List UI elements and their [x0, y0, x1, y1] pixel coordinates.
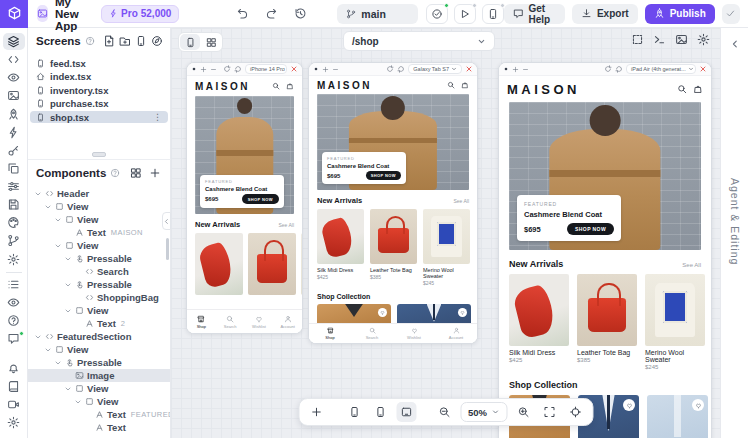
device-selector[interactable]: Galaxy Tab S7 — [408, 64, 462, 74]
zoom-in-icon[interactable] — [322, 66, 329, 73]
rotate-icon[interactable] — [223, 65, 231, 73]
tab-bar-item[interactable]: Wishlist — [393, 324, 435, 343]
search-icon[interactable] — [447, 81, 455, 89]
see-all-link[interactable]: See All — [453, 198, 469, 204]
component-gallery-button[interactable] — [128, 165, 143, 181]
tree-node[interactable]: Pressable — [28, 356, 170, 369]
panel-resize-handle[interactable] — [92, 152, 106, 157]
zoom-in-button[interactable] — [513, 402, 533, 422]
help-icon[interactable] — [110, 168, 120, 178]
rotate-icon[interactable] — [386, 65, 394, 73]
caret-icon[interactable] — [64, 281, 72, 289]
size-phone-small-button[interactable] — [344, 402, 364, 422]
new-folder-button[interactable] — [119, 33, 131, 49]
help-icon[interactable] — [85, 36, 95, 46]
fit-screen-button[interactable] — [539, 402, 559, 422]
rail-eye-icon[interactable] — [3, 294, 25, 311]
close-frame-icon[interactable] — [699, 65, 707, 73]
rail-checklist-icon[interactable] — [3, 275, 25, 292]
product-card[interactable]: Silk Midi Dress $425 — [195, 233, 243, 295]
tab-bar-item[interactable]: Wishlist — [245, 310, 274, 333]
tree-node[interactable]: Header — [28, 187, 170, 200]
rail-bell-icon[interactable] — [3, 359, 25, 376]
frame-menu-icon[interactable] — [191, 66, 197, 72]
rail-help-icon[interactable] — [3, 312, 25, 329]
rail-copy-icon[interactable] — [3, 160, 25, 177]
zoom-out-icon[interactable] — [522, 66, 529, 73]
assets-icon[interactable] — [675, 33, 688, 46]
tree-node[interactable]: Text MAISON — [28, 226, 170, 239]
tree-node[interactable]: Image — [28, 369, 170, 382]
wishlist-heart-button[interactable] — [623, 399, 635, 411]
product-card[interactable]: Leather Tote Bag $385 — [370, 209, 417, 286]
tree-node[interactable]: Search — [28, 265, 170, 278]
tree-scrollbar[interactable] — [166, 238, 169, 260]
caret-icon[interactable] — [34, 190, 42, 198]
tree-node[interactable]: View — [28, 382, 170, 395]
shopping-bag-icon[interactable] — [693, 84, 703, 94]
frame-menu-icon[interactable] — [503, 66, 509, 72]
zoom-in-icon[interactable] — [512, 66, 519, 73]
screen-file-item[interactable]: inventory.tsx ⋮ — [30, 84, 168, 96]
expand-panel-button[interactable] — [727, 36, 743, 52]
rail-book-icon[interactable] — [3, 377, 25, 394]
tree-node[interactable]: View — [28, 239, 170, 252]
zoom-out-icon[interactable] — [210, 66, 217, 73]
product-card[interactable]: Silk Midi Dress $425 — [509, 274, 569, 370]
route-selector[interactable]: /shop — [343, 31, 495, 51]
shopping-bag-icon[interactable] — [461, 81, 469, 89]
caret-icon[interactable] — [54, 359, 62, 367]
device-frame-tablet[interactable]: Galaxy Tab S7 MAISON FEATURED Cashmere B… — [308, 62, 478, 344]
zoom-in-icon[interactable] — [200, 66, 207, 73]
navigate-button[interactable] — [151, 33, 163, 49]
rail-save-icon[interactable] — [3, 196, 25, 213]
rail-sliders-icon[interactable] — [3, 178, 25, 195]
rail-gear-icon[interactable] — [3, 414, 25, 431]
shop-now-button[interactable]: SHOP NOW — [567, 223, 614, 235]
caret-icon[interactable] — [44, 203, 52, 211]
rail-image-icon[interactable] — [3, 87, 25, 104]
product-card[interactable]: Leather Tote Bag $385 — [248, 233, 296, 295]
caret-icon[interactable] — [64, 255, 72, 263]
device-preview-button[interactable] — [482, 4, 504, 24]
wishlist-heart-button[interactable] — [458, 308, 467, 317]
caret-icon[interactable] — [64, 385, 72, 393]
tree-node[interactable]: View — [28, 395, 170, 408]
rail-branch-icon[interactable] — [3, 232, 25, 249]
product-card[interactable]: Silk Midi Dress $425 — [317, 209, 364, 286]
search-icon[interactable] — [677, 84, 687, 94]
device-selector[interactable]: iPad Air (4th generat... — [626, 64, 696, 74]
screen-file-item[interactable]: shop.tsx ⋮ — [30, 111, 168, 123]
caret-icon[interactable] — [54, 216, 62, 224]
select-frame-icon[interactable] — [631, 33, 644, 46]
device-button[interactable] — [135, 33, 147, 49]
zoom-out-button[interactable] — [434, 402, 454, 422]
tab-bar-item[interactable]: Search — [216, 310, 245, 333]
tree-node[interactable]: Pressable — [28, 252, 170, 265]
device-view-button[interactable] — [180, 34, 200, 50]
rail-palette-icon[interactable] — [3, 214, 25, 231]
tree-node[interactable]: Text 2 — [28, 317, 170, 330]
product-card[interactable]: Merino Wool Sweater $245 — [645, 274, 705, 370]
add-frame-button[interactable] — [306, 402, 326, 422]
tab-bar-item[interactable]: Search — [351, 324, 393, 343]
rotate-icon[interactable] — [604, 65, 612, 73]
collection-image[interactable] — [647, 395, 708, 438]
pro-credits-badge[interactable]: Pro 52,000 — [101, 5, 179, 23]
wishlist-heart-button[interactable] — [692, 399, 704, 411]
caret-icon[interactable] — [44, 346, 52, 354]
get-help-button[interactable]: Get Help — [504, 4, 565, 24]
wishlist-heart-button[interactable] — [378, 308, 387, 317]
close-frame-icon[interactable] — [465, 65, 473, 73]
tree-node[interactable]: View — [28, 200, 170, 213]
tree-node[interactable]: View — [28, 343, 170, 356]
screen-file-item[interactable]: feed.tsx ⋮ — [30, 57, 168, 69]
featured-card[interactable]: FEATURED Cashmere Blend Coat $695 SHOP N… — [322, 152, 406, 184]
product-card[interactable]: Merino Wool Sweater $245 — [423, 209, 470, 286]
tree-node[interactable]: FeaturedSection — [28, 330, 170, 343]
size-tablet-button[interactable] — [396, 402, 416, 422]
see-all-link[interactable]: See All — [682, 262, 701, 268]
see-all-link[interactable]: See All — [278, 222, 294, 228]
project-icon[interactable] — [37, 5, 48, 22]
zoom-level-selector[interactable]: 50% — [460, 402, 507, 422]
